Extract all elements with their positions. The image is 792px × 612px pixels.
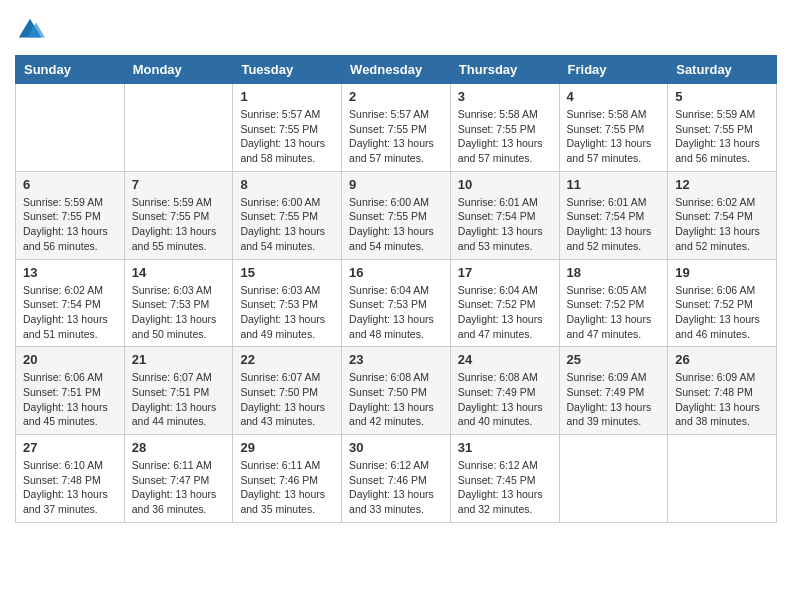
calendar-cell [559, 435, 668, 523]
day-info: Sunrise: 5:59 AM Sunset: 7:55 PM Dayligh… [675, 107, 769, 166]
calendar-cell: 12Sunrise: 6:02 AM Sunset: 7:54 PM Dayli… [668, 171, 777, 259]
day-number: 12 [675, 177, 769, 192]
calendar-header-row: SundayMondayTuesdayWednesdayThursdayFrid… [16, 56, 777, 84]
calendar-cell: 29Sunrise: 6:11 AM Sunset: 7:46 PM Dayli… [233, 435, 342, 523]
day-number: 9 [349, 177, 443, 192]
day-header-tuesday: Tuesday [233, 56, 342, 84]
calendar-week-row: 13Sunrise: 6:02 AM Sunset: 7:54 PM Dayli… [16, 259, 777, 347]
day-info: Sunrise: 5:59 AM Sunset: 7:55 PM Dayligh… [132, 195, 226, 254]
day-number: 15 [240, 265, 334, 280]
day-number: 1 [240, 89, 334, 104]
day-number: 6 [23, 177, 117, 192]
day-info: Sunrise: 6:05 AM Sunset: 7:52 PM Dayligh… [567, 283, 661, 342]
day-number: 16 [349, 265, 443, 280]
calendar-cell: 30Sunrise: 6:12 AM Sunset: 7:46 PM Dayli… [342, 435, 451, 523]
calendar-cell: 21Sunrise: 6:07 AM Sunset: 7:51 PM Dayli… [124, 347, 233, 435]
logo [15, 15, 47, 45]
calendar-cell: 3Sunrise: 5:58 AM Sunset: 7:55 PM Daylig… [450, 84, 559, 172]
day-number: 23 [349, 352, 443, 367]
calendar-cell: 4Sunrise: 5:58 AM Sunset: 7:55 PM Daylig… [559, 84, 668, 172]
day-info: Sunrise: 6:10 AM Sunset: 7:48 PM Dayligh… [23, 458, 117, 517]
day-info: Sunrise: 6:08 AM Sunset: 7:49 PM Dayligh… [458, 370, 552, 429]
day-info: Sunrise: 5:59 AM Sunset: 7:55 PM Dayligh… [23, 195, 117, 254]
calendar-cell: 7Sunrise: 5:59 AM Sunset: 7:55 PM Daylig… [124, 171, 233, 259]
day-number: 26 [675, 352, 769, 367]
day-info: Sunrise: 6:01 AM Sunset: 7:54 PM Dayligh… [458, 195, 552, 254]
calendar-cell: 5Sunrise: 5:59 AM Sunset: 7:55 PM Daylig… [668, 84, 777, 172]
calendar-cell: 23Sunrise: 6:08 AM Sunset: 7:50 PM Dayli… [342, 347, 451, 435]
day-number: 25 [567, 352, 661, 367]
day-header-monday: Monday [124, 56, 233, 84]
day-number: 21 [132, 352, 226, 367]
day-info: Sunrise: 6:09 AM Sunset: 7:49 PM Dayligh… [567, 370, 661, 429]
calendar-cell: 20Sunrise: 6:06 AM Sunset: 7:51 PM Dayli… [16, 347, 125, 435]
calendar-cell [668, 435, 777, 523]
calendar-cell: 27Sunrise: 6:10 AM Sunset: 7:48 PM Dayli… [16, 435, 125, 523]
day-info: Sunrise: 6:12 AM Sunset: 7:46 PM Dayligh… [349, 458, 443, 517]
calendar-cell: 8Sunrise: 6:00 AM Sunset: 7:55 PM Daylig… [233, 171, 342, 259]
day-info: Sunrise: 6:00 AM Sunset: 7:55 PM Dayligh… [240, 195, 334, 254]
calendar-cell: 6Sunrise: 5:59 AM Sunset: 7:55 PM Daylig… [16, 171, 125, 259]
calendar-week-row: 20Sunrise: 6:06 AM Sunset: 7:51 PM Dayli… [16, 347, 777, 435]
day-number: 20 [23, 352, 117, 367]
day-info: Sunrise: 6:04 AM Sunset: 7:53 PM Dayligh… [349, 283, 443, 342]
day-info: Sunrise: 6:06 AM Sunset: 7:51 PM Dayligh… [23, 370, 117, 429]
calendar-cell: 14Sunrise: 6:03 AM Sunset: 7:53 PM Dayli… [124, 259, 233, 347]
day-info: Sunrise: 6:09 AM Sunset: 7:48 PM Dayligh… [675, 370, 769, 429]
day-info: Sunrise: 6:07 AM Sunset: 7:51 PM Dayligh… [132, 370, 226, 429]
calendar-cell: 31Sunrise: 6:12 AM Sunset: 7:45 PM Dayli… [450, 435, 559, 523]
day-number: 4 [567, 89, 661, 104]
day-info: Sunrise: 6:02 AM Sunset: 7:54 PM Dayligh… [675, 195, 769, 254]
calendar-cell [16, 84, 125, 172]
calendar-week-row: 1Sunrise: 5:57 AM Sunset: 7:55 PM Daylig… [16, 84, 777, 172]
day-number: 28 [132, 440, 226, 455]
day-info: Sunrise: 6:11 AM Sunset: 7:47 PM Dayligh… [132, 458, 226, 517]
calendar-cell: 1Sunrise: 5:57 AM Sunset: 7:55 PM Daylig… [233, 84, 342, 172]
day-info: Sunrise: 6:00 AM Sunset: 7:55 PM Dayligh… [349, 195, 443, 254]
calendar-cell: 25Sunrise: 6:09 AM Sunset: 7:49 PM Dayli… [559, 347, 668, 435]
day-number: 5 [675, 89, 769, 104]
day-info: Sunrise: 6:08 AM Sunset: 7:50 PM Dayligh… [349, 370, 443, 429]
day-number: 17 [458, 265, 552, 280]
calendar-cell: 22Sunrise: 6:07 AM Sunset: 7:50 PM Dayli… [233, 347, 342, 435]
day-header-thursday: Thursday [450, 56, 559, 84]
calendar-cell [124, 84, 233, 172]
day-info: Sunrise: 6:01 AM Sunset: 7:54 PM Dayligh… [567, 195, 661, 254]
calendar-week-row: 27Sunrise: 6:10 AM Sunset: 7:48 PM Dayli… [16, 435, 777, 523]
day-info: Sunrise: 5:57 AM Sunset: 7:55 PM Dayligh… [240, 107, 334, 166]
calendar-week-row: 6Sunrise: 5:59 AM Sunset: 7:55 PM Daylig… [16, 171, 777, 259]
day-number: 19 [675, 265, 769, 280]
calendar-cell: 9Sunrise: 6:00 AM Sunset: 7:55 PM Daylig… [342, 171, 451, 259]
day-number: 13 [23, 265, 117, 280]
logo-icon [15, 15, 45, 45]
day-info: Sunrise: 6:02 AM Sunset: 7:54 PM Dayligh… [23, 283, 117, 342]
day-info: Sunrise: 6:07 AM Sunset: 7:50 PM Dayligh… [240, 370, 334, 429]
day-info: Sunrise: 6:03 AM Sunset: 7:53 PM Dayligh… [240, 283, 334, 342]
day-info: Sunrise: 6:04 AM Sunset: 7:52 PM Dayligh… [458, 283, 552, 342]
day-info: Sunrise: 6:11 AM Sunset: 7:46 PM Dayligh… [240, 458, 334, 517]
calendar-cell: 17Sunrise: 6:04 AM Sunset: 7:52 PM Dayli… [450, 259, 559, 347]
day-number: 2 [349, 89, 443, 104]
calendar-cell: 13Sunrise: 6:02 AM Sunset: 7:54 PM Dayli… [16, 259, 125, 347]
day-number: 10 [458, 177, 552, 192]
day-number: 18 [567, 265, 661, 280]
day-number: 31 [458, 440, 552, 455]
calendar-cell: 2Sunrise: 5:57 AM Sunset: 7:55 PM Daylig… [342, 84, 451, 172]
day-header-friday: Friday [559, 56, 668, 84]
calendar-cell: 15Sunrise: 6:03 AM Sunset: 7:53 PM Dayli… [233, 259, 342, 347]
day-info: Sunrise: 6:03 AM Sunset: 7:53 PM Dayligh… [132, 283, 226, 342]
calendar-cell: 24Sunrise: 6:08 AM Sunset: 7:49 PM Dayli… [450, 347, 559, 435]
day-number: 7 [132, 177, 226, 192]
day-header-saturday: Saturday [668, 56, 777, 84]
day-number: 11 [567, 177, 661, 192]
page-header [15, 15, 777, 45]
calendar-cell: 18Sunrise: 6:05 AM Sunset: 7:52 PM Dayli… [559, 259, 668, 347]
day-number: 14 [132, 265, 226, 280]
calendar-cell: 26Sunrise: 6:09 AM Sunset: 7:48 PM Dayli… [668, 347, 777, 435]
day-header-wednesday: Wednesday [342, 56, 451, 84]
day-info: Sunrise: 6:06 AM Sunset: 7:52 PM Dayligh… [675, 283, 769, 342]
calendar-cell: 16Sunrise: 6:04 AM Sunset: 7:53 PM Dayli… [342, 259, 451, 347]
calendar-cell: 28Sunrise: 6:11 AM Sunset: 7:47 PM Dayli… [124, 435, 233, 523]
day-info: Sunrise: 6:12 AM Sunset: 7:45 PM Dayligh… [458, 458, 552, 517]
day-number: 3 [458, 89, 552, 104]
